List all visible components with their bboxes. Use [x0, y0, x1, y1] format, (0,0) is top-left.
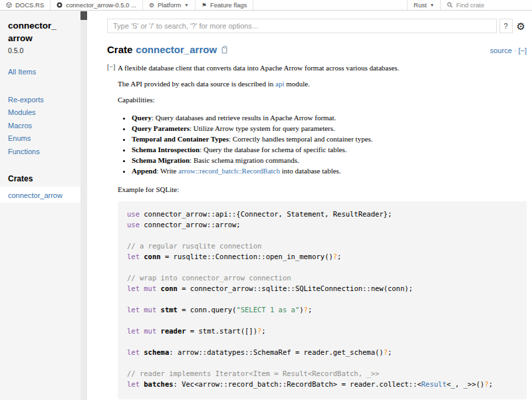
code-token: // reader implements Iterator<Item = Res…: [127, 369, 379, 377]
sidebar-item-modules[interactable]: Modules: [8, 106, 80, 120]
capability-item: Append: Write arrow::record_batch::Recor…: [132, 165, 527, 176]
feature-flags-link[interactable]: ⚑ Feature flags: [196, 0, 254, 10]
crate-version: 0.5.0: [8, 47, 80, 54]
settings-gear-icon[interactable]: ⚙: [515, 21, 527, 31]
api-text-post: module.: [285, 80, 311, 88]
code-token: stmt: [161, 306, 178, 314]
doc-paragraph-intro: A flexible database client that converts…: [118, 63, 527, 73]
code-token: reader: [161, 327, 186, 335]
capability-item: Schema Introspection: Query the database…: [132, 144, 527, 155]
docsrs-brand[interactable]: DOCS.RS: [0, 0, 51, 10]
feature-flags-label: Feature flags: [210, 1, 247, 9]
find-crate-search[interactable]: [440, 0, 532, 10]
main-content: ? ⚙ Crate connector_arrow source·[−] [−]…: [87, 11, 532, 400]
code-token: let: [127, 252, 140, 260]
docsrs-logo-icon: [6, 2, 12, 8]
code-token: = rusqlite::Connection::open_in_memory(): [161, 252, 333, 260]
code-token: ;: [388, 348, 392, 356]
crate-menu-label: connector_arrow-0.5.0 ...: [66, 1, 136, 9]
sidebar-item-current-crate[interactable]: connector_arrow: [0, 187, 80, 203]
code-token: let mut: [127, 306, 156, 314]
code-token: let mut: [127, 327, 156, 335]
flag-icon: ⚑: [201, 2, 207, 9]
api-module-link[interactable]: api: [275, 80, 284, 88]
result-type-link[interactable]: Result: [422, 380, 447, 388]
doc-paragraph-capabilities: Capabilities:: [118, 95, 527, 105]
doc-paragraph-api: The API provided by each data source is …: [118, 79, 527, 89]
search-input[interactable]: [107, 19, 497, 33]
code-token: let: [127, 348, 140, 356]
code-token: ;: [261, 327, 265, 335]
meta-separator: ·: [514, 47, 517, 54]
rust-menu-label: Rust: [414, 1, 427, 9]
crate-icon: [57, 2, 63, 8]
crate-header: Crate connector_arrow source·[−]: [107, 44, 527, 55]
source-link[interactable]: source: [490, 47, 512, 54]
crate-title-line1: connector_: [8, 19, 80, 32]
page-layout: connector_ arrow 0.5.0 All Items Re-expo…: [0, 11, 532, 400]
header-meta: source·[−]: [490, 47, 527, 54]
code-token: connector_arrow::arrow;: [140, 221, 241, 229]
code-token: let mut: [127, 284, 156, 292]
platform-menu[interactable]: ⚙ Platform ▼: [143, 0, 196, 10]
page-title: Crate connector_arrow: [107, 44, 229, 55]
code-token: = conn.query(: [178, 306, 237, 314]
search-icon: [447, 2, 453, 8]
code-token: connector_arrow::api::{Connector, Statem…: [140, 210, 392, 218]
current-crate-link[interactable]: connector_arrow: [8, 191, 63, 199]
copy-path-icon[interactable]: [221, 46, 229, 54]
sidebar-item-re-exports[interactable]: Re-exports: [8, 94, 80, 107]
sidebar-item-all-items[interactable]: All Items: [8, 66, 80, 79]
topbar: DOCS.RS connector_arrow-0.5.0 ... ⚙ Plat…: [0, 0, 532, 11]
capability-item: Schema Migration: Basic schema migration…: [132, 155, 527, 165]
api-text-pre: The API provided by each data source is …: [118, 80, 275, 88]
caret-down-icon: ▼: [430, 3, 434, 7]
topbar-spacer: [253, 0, 407, 10]
capability-item: Query Parameters: Utilize Arrow type sys…: [132, 123, 527, 134]
capability-item: Query: Query databases and retrieve resu…: [132, 112, 527, 123]
recordbatch-link[interactable]: arrow::record_batch::RecordBatch: [178, 167, 280, 175]
platform-label: Platform: [158, 1, 181, 9]
sidebar-crate-title[interactable]: connector_ arrow: [8, 19, 80, 45]
docblock-toggle[interactable]: [−]: [107, 63, 115, 70]
code-token: = connector_arrow::sqlite::SQLiteConnect…: [178, 284, 413, 292]
sidebar-section-links: Re-exportsModulesMacrosEnumsFunctions: [8, 94, 80, 159]
rust-menu[interactable]: Rust ▼: [407, 0, 440, 10]
search-row: ? ⚙: [107, 19, 527, 33]
sidebar: connector_ arrow 0.5.0 All Items Re-expo…: [0, 11, 87, 400]
crate-title-line2: arrow: [8, 32, 80, 45]
find-crate-input[interactable]: [456, 1, 526, 9]
capability-item: Temporal and Container Types: Correctly …: [132, 134, 527, 144]
code-token: <_, _>>(): [446, 380, 484, 388]
code-token: "SELECT 1 as a": [236, 306, 299, 314]
code-token: = stmt.start([]): [186, 327, 257, 335]
sidebar-scrollbar[interactable]: [80, 11, 87, 400]
code-token: let: [127, 380, 140, 388]
code-block: use connector_arrow::api::{Connector, St…: [118, 201, 527, 399]
code-token: : arrow::datatypes::SchemaRef = reader.g…: [169, 348, 383, 356]
sidebar-item-macros[interactable]: Macros: [8, 120, 80, 133]
code-token: schema: [144, 348, 169, 356]
sidebar-item-enums[interactable]: Enums: [8, 132, 80, 146]
doc-paragraph-example: Example for SQLite:: [118, 185, 527, 195]
code-token: ;: [308, 306, 312, 314]
brand-label: DOCS.RS: [15, 1, 44, 9]
help-button[interactable]: ?: [499, 19, 513, 33]
scrollbar-thumb[interactable]: [80, 11, 87, 20]
docblock: [−] A flexible database client that conv…: [118, 63, 527, 399]
capabilities-list: Query: Query databases and retrieve resu…: [118, 112, 527, 176]
item-kind-label: Crate: [107, 44, 132, 55]
code-token: conn: [144, 252, 160, 260]
code-token: use: [127, 221, 140, 229]
crates-heading: Crates: [8, 174, 80, 183]
code-token: batches: [144, 380, 173, 388]
platform-gear-icon: ⚙: [149, 2, 154, 9]
code-token: conn: [161, 284, 178, 292]
code-token: ;: [489, 380, 493, 388]
code-token: : Vec<arrow::record_batch::RecordBatch> …: [174, 380, 422, 388]
crate-menu[interactable]: connector_arrow-0.5.0 ...: [51, 0, 143, 10]
collapse-all-toggle[interactable]: [−]: [518, 47, 527, 54]
code-token: use: [127, 210, 140, 218]
sidebar-item-functions[interactable]: Functions: [8, 146, 80, 159]
crate-name-link[interactable]: connector_arrow: [136, 44, 217, 55]
